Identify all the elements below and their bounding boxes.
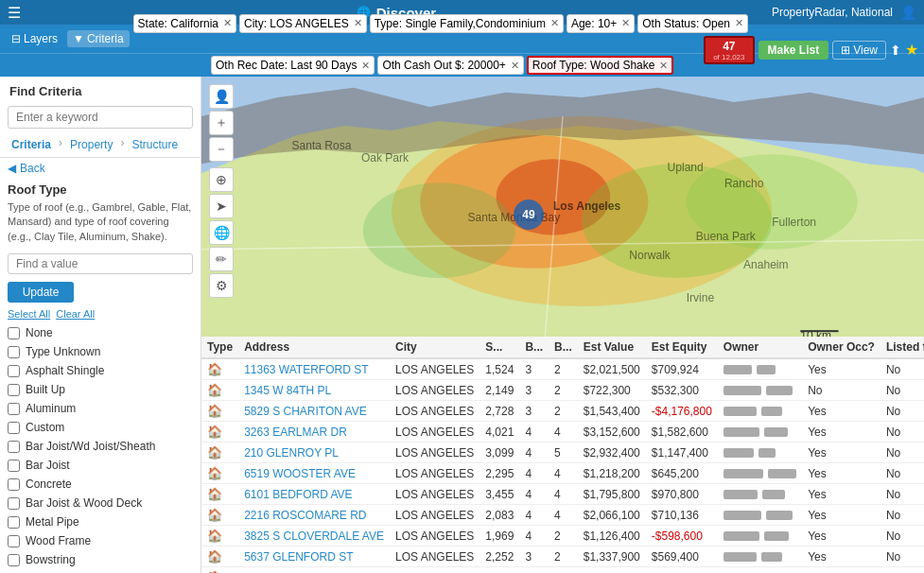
chip-age-remove[interactable]: ✕ <box>621 17 630 29</box>
tab-criteria[interactable]: Criteria <box>8 136 55 153</box>
chip-rec-date[interactable]: Oth Rec Date: Last 90 Days ✕ <box>211 56 375 75</box>
cell-address: 6101 BEDFORD AVE <box>238 484 390 505</box>
table-row[interactable]: 🏠 3825 S CLOVERDALE AVE LOS ANGELES 1,96… <box>201 526 924 547</box>
find-value-input[interactable] <box>8 253 193 274</box>
cell-est-equity: $1,147,400 <box>646 443 718 463</box>
tab-structure[interactable]: Structure <box>128 136 182 153</box>
cell-baths: 2 <box>549 526 578 547</box>
location-button[interactable]: ⊕ <box>209 167 234 192</box>
table-row[interactable]: 🏠 210 GLENROY PL LOS ANGELES 3,099 4 5 $… <box>201 443 924 463</box>
update-button[interactable]: Update <box>8 282 74 303</box>
chip-roof-type-remove[interactable]: ✕ <box>659 60 668 72</box>
select-links: Select All Clear All <box>0 306 200 323</box>
cell-city: LOS ANGELES <box>390 484 479 505</box>
svg-text:Buena Park: Buena Park <box>696 230 757 243</box>
chip-state-remove[interactable]: ✕ <box>223 17 232 29</box>
chip-roof-type[interactable]: Roof Type: Wood Shake ✕ <box>527 56 674 75</box>
cell-sqft: 3,099 <box>479 443 519 463</box>
cell-listed: No <box>880 505 924 526</box>
checkbox-12[interactable] <box>8 554 20 566</box>
person-location-button[interactable]: 👤 <box>209 84 234 109</box>
checkbox-11[interactable] <box>8 535 20 547</box>
hamburger-icon[interactable]: ☰ <box>8 4 21 22</box>
cell-listed: No <box>880 463 924 484</box>
svg-text:Norwalk: Norwalk <box>629 249 671 262</box>
cell-est-equity: $709,924 <box>646 358 718 380</box>
checkbox-4[interactable] <box>8 403 20 415</box>
col-owner-occ: Owner Occ? <box>802 337 880 358</box>
cell-baths: 2 <box>549 380 578 401</box>
cell-beds: 3 <box>519 380 549 401</box>
table-row[interactable]: 🏠 6519 WOOSTER AVE LOS ANGELES 2,295 4 4… <box>201 463 924 484</box>
chip-city-remove[interactable]: ✕ <box>354 17 362 29</box>
clear-all-link[interactable]: Clear All <box>56 308 95 320</box>
cell-owner-occ: Yes <box>802 505 880 526</box>
svg-point-6 <box>363 182 515 278</box>
section-desc: Type of roof (e.g., Gambrel, Gable, Flat… <box>0 199 200 250</box>
checkbox-9[interactable] <box>8 497 20 510</box>
table-row[interactable]: 🏠 5829 S CHARITON AVE LOS ANGELES 2,728 … <box>201 401 924 422</box>
cell-owner-occ: Yes <box>802 463 880 484</box>
cell-est-equity: $532,300 <box>646 380 718 401</box>
chip-rec-date-remove[interactable]: ✕ <box>361 60 370 72</box>
cell-city: LOS ANGELES <box>390 505 479 526</box>
settings-button[interactable]: ⚙ <box>209 273 234 298</box>
cell-beds: 4 <box>519 567 549 574</box>
checkbox-1[interactable] <box>8 346 20 358</box>
checkbox-10[interactable] <box>8 516 20 529</box>
checkbox-list: NoneType UnknownAsphalt ShingleBuilt UpA… <box>0 323 200 573</box>
cell-owner <box>718 422 802 443</box>
chip-status[interactable]: Oth Status: Open ✕ <box>637 14 748 33</box>
chip-cash-out[interactable]: Oth Cash Out $: 20000+ ✕ <box>377 56 523 75</box>
cell-beds: 3 <box>519 358 549 380</box>
home-icon: 🏠 <box>207 487 222 501</box>
cell-sqft: 2,728 <box>479 401 519 422</box>
checkbox-item: Bowstring <box>0 550 200 569</box>
table-row[interactable]: 🏠 2190 LINDA FLORA DR LOS ANGELES 2,529 … <box>201 567 924 574</box>
table-row[interactable]: 🏠 11363 WATERFORD ST LOS ANGELES 1,524 3… <box>201 358 924 380</box>
chip-type-remove[interactable]: ✕ <box>550 17 559 29</box>
table-header-row: Type Address City S... B... B... Est Val… <box>201 337 924 358</box>
toolbar-row1: ⊟ Layers ▼ Criteria State: California ✕ … <box>0 25 924 53</box>
checkbox-2[interactable] <box>8 365 20 377</box>
select-all-link[interactable]: Select All <box>8 308 50 320</box>
chip-type[interactable]: Type: Single Family,Condominium ✕ <box>370 14 564 33</box>
back-button[interactable]: ◀ Back <box>0 158 200 179</box>
chip-cash-out-remove[interactable]: ✕ <box>511 60 519 72</box>
layers-button[interactable]: ⊟ Layers <box>6 30 63 47</box>
cell-sqft: 2,529 <box>479 567 519 574</box>
table-row[interactable]: 🏠 6101 BEDFORD AVE LOS ANGELES 3,455 4 4… <box>201 484 924 505</box>
chip-status-remove[interactable]: ✕ <box>735 17 743 29</box>
table-row[interactable]: 🏠 5637 GLENFORD ST LOS ANGELES 2,252 3 2… <box>201 547 924 567</box>
checkbox-8[interactable] <box>8 478 20 491</box>
checkbox-7[interactable] <box>8 460 20 472</box>
map-container: Los Angeles Santa Rosa Oak Park Upland R… <box>201 77 924 573</box>
cell-est-value: $1,543,400 <box>578 401 646 422</box>
cell-est-value: $1,795,800 <box>578 484 646 505</box>
table-row[interactable]: 🏠 1345 W 84TH PL LOS ANGELES 2,149 3 2 $… <box>201 380 924 401</box>
checkbox-6[interactable] <box>8 441 20 453</box>
globe-view-button[interactable]: 🌐 <box>209 220 234 245</box>
chip-city[interactable]: City: LOS ANGELES ✕ <box>239 14 367 33</box>
navigate-button[interactable]: ➤ <box>209 194 234 218</box>
zoom-in-button[interactable]: ＋ <box>209 111 234 135</box>
draw-button[interactable]: ✏ <box>209 247 234 271</box>
checkbox-0[interactable] <box>8 327 20 339</box>
keyword-search-input[interactable] <box>8 106 193 129</box>
table-row[interactable]: 🏠 3263 EARLMAR DR LOS ANGELES 4,021 4 4 … <box>201 422 924 443</box>
chip-state[interactable]: State: California ✕ <box>133 14 236 33</box>
tab-property[interactable]: Property <box>66 136 116 153</box>
chip-age[interactable]: Age: 10+ ✕ <box>567 14 635 33</box>
checkbox-item: Wood Frame <box>0 531 200 550</box>
criteria-button[interactable]: ▼ Criteria <box>67 30 130 47</box>
table-row[interactable]: 🏠 2216 ROSCOMARE RD LOS ANGELES 2,083 4 … <box>201 505 924 526</box>
home-icon: 🏠 <box>207 508 222 522</box>
cell-est-value: $1,126,400 <box>578 526 646 547</box>
cell-sqft: 2,149 <box>479 380 519 401</box>
checkbox-3[interactable] <box>8 384 20 396</box>
cell-address: 210 GLENROY PL <box>238 443 390 463</box>
zoom-out-button[interactable]: － <box>209 137 234 162</box>
checkbox-5[interactable] <box>8 422 20 434</box>
cell-owner <box>718 526 802 547</box>
cell-owner <box>718 463 802 484</box>
